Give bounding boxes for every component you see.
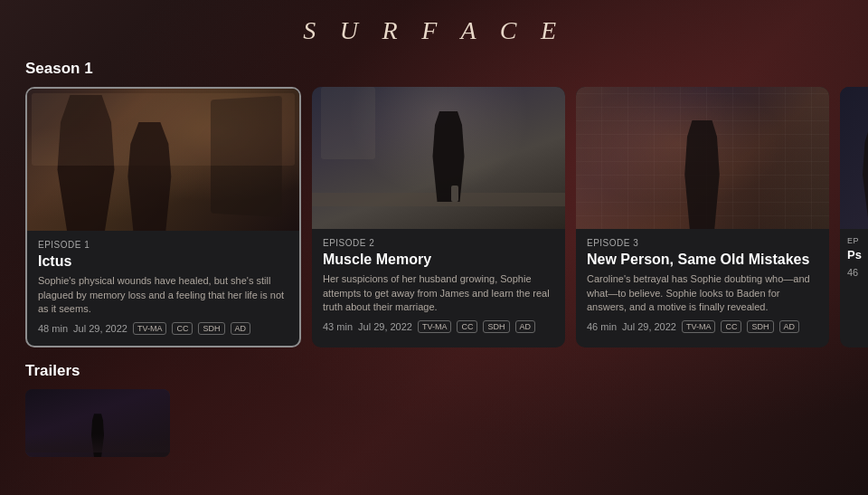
badge-sdh-2: SDH bbox=[483, 320, 509, 333]
episode-thumbnail-3 bbox=[576, 87, 829, 229]
badge-ad-3: AD bbox=[779, 320, 800, 333]
episode-title-3: New Person, Same Old Mistakes bbox=[587, 251, 818, 268]
badge-tvma-3: TV-MA bbox=[682, 320, 716, 333]
trailers-heading: Trailers bbox=[25, 362, 843, 380]
episode-meta-4: 46 bbox=[847, 267, 868, 278]
episode-date-1: Jul 29, 2022 bbox=[73, 323, 127, 334]
episode-thumbnail-2 bbox=[312, 87, 565, 229]
episode-title-1: Ictus bbox=[38, 252, 288, 270]
episode-title-4: Ps bbox=[847, 248, 868, 262]
trailer-thumbnail-1[interactable] bbox=[25, 389, 170, 457]
episode-info-3: EPISODE 3 New Person, Same Old Mistakes … bbox=[576, 229, 829, 344]
episode-meta-1: 48 min Jul 29, 2022 TV-MA CC SDH AD bbox=[38, 322, 288, 335]
episode-duration-2: 43 min bbox=[323, 321, 353, 332]
badge-cc-3: CC bbox=[721, 320, 741, 333]
badge-sdh-1: SDH bbox=[198, 322, 224, 335]
badge-tvma-2: TV-MA bbox=[418, 320, 452, 333]
episode-duration-1: 48 min bbox=[38, 323, 68, 334]
episode-info-1: EPISODE 1 Ictus Sophie's physical wounds… bbox=[27, 231, 299, 346]
badge-cc-2: CC bbox=[457, 320, 477, 333]
episode-title-2: Muscle Memory bbox=[323, 251, 554, 268]
episode-info-4: EP Ps 46 bbox=[840, 229, 868, 285]
badge-tvma-1: TV-MA bbox=[133, 322, 167, 335]
episode-description-3: Caroline's betrayal has Sophie doubting … bbox=[587, 272, 818, 314]
badge-ad-1: AD bbox=[231, 322, 251, 335]
episode-card-3[interactable]: EPISODE 3 New Person, Same Old Mistakes … bbox=[576, 87, 829, 347]
episode-label-4: EP bbox=[847, 236, 868, 245]
episode-duration-3: 46 min bbox=[587, 321, 617, 332]
episode-card-2[interactable]: EPISODE 2 Muscle Memory Her suspicions o… bbox=[312, 87, 565, 347]
episode-card-1[interactable]: EPISODE 1 Ictus Sophie's physical wounds… bbox=[25, 87, 301, 347]
show-title: S U R F A C E bbox=[0, 0, 868, 54]
episode-label-1: EPISODE 1 bbox=[38, 240, 288, 250]
episode-description-2: Her suspicions of her husband growing, S… bbox=[323, 272, 554, 314]
episode-thumbnail-1 bbox=[27, 89, 299, 231]
episode-info-2: EPISODE 2 Muscle Memory Her suspicions o… bbox=[312, 229, 565, 344]
episode-meta-2: 43 min Jul 29, 2022 TV-MA CC SDH AD bbox=[323, 320, 554, 333]
episode-description-1: Sophie's physical wounds have healed, bu… bbox=[38, 274, 288, 316]
episode-date-2: Jul 29, 2022 bbox=[358, 321, 412, 332]
episode-card-4[interactable]: EP Ps 46 bbox=[840, 87, 868, 347]
episode-duration-4: 46 bbox=[847, 267, 858, 278]
page: S U R F A C E Season 1 EPISODE 1 Ictus S… bbox=[0, 0, 868, 495]
season-heading: Season 1 bbox=[0, 54, 868, 87]
episode-label-3: EPISODE 3 bbox=[587, 238, 818, 248]
episode-label-2: EPISODE 2 bbox=[323, 238, 554, 248]
badge-sdh-3: SDH bbox=[747, 320, 773, 333]
badge-ad-2: AD bbox=[515, 320, 536, 333]
episodes-row: EPISODE 1 Ictus Sophie's physical wounds… bbox=[0, 87, 868, 347]
badge-cc-1: CC bbox=[172, 322, 193, 335]
episode-meta-3: 46 min Jul 29, 2022 TV-MA CC SDH AD bbox=[587, 320, 818, 333]
episode-date-3: Jul 29, 2022 bbox=[622, 321, 676, 332]
episode-thumbnail-4 bbox=[840, 87, 868, 229]
trailers-section: Trailers bbox=[0, 347, 868, 466]
